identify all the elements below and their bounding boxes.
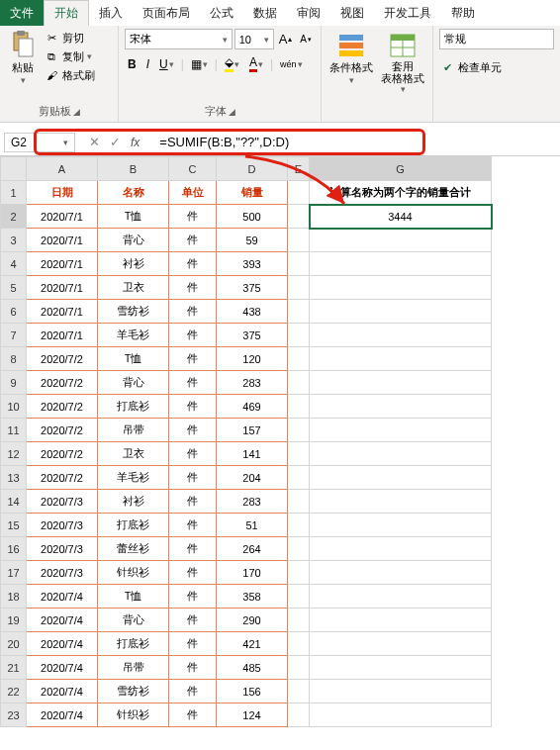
- cell[interactable]: 2020/7/2: [27, 466, 98, 490]
- cell[interactable]: 打底衫: [98, 632, 169, 656]
- cell[interactable]: [288, 229, 310, 252]
- cell[interactable]: 件: [169, 205, 217, 229]
- cell[interactable]: [288, 537, 310, 561]
- row-header[interactable]: 22: [1, 680, 27, 703]
- row-header[interactable]: 5: [1, 276, 27, 300]
- cell[interactable]: 件: [169, 514, 217, 537]
- cell[interactable]: 件: [169, 300, 217, 324]
- cell[interactable]: [288, 324, 310, 347]
- grow-font-button[interactable]: A▴: [276, 29, 296, 49]
- row-header[interactable]: 21: [1, 656, 27, 680]
- cell[interactable]: [288, 609, 310, 632]
- fill-color-button[interactable]: ⬙▾: [222, 53, 242, 74]
- tab-home[interactable]: 开始: [44, 0, 89, 26]
- cell[interactable]: 2020/7/1: [27, 252, 98, 276]
- cell[interactable]: 针织衫: [98, 561, 169, 585]
- cell[interactable]: 件: [169, 347, 217, 371]
- cell[interactable]: 2020/7/2: [27, 395, 98, 419]
- cell[interactable]: 156: [217, 680, 288, 703]
- col-header-B[interactable]: B: [98, 157, 169, 181]
- font-color-button[interactable]: A▾: [246, 53, 266, 74]
- cell[interactable]: 290: [217, 609, 288, 632]
- cell[interactable]: 吊带: [98, 656, 169, 680]
- accept-formula-button[interactable]: ✓: [110, 135, 121, 149]
- result-header-cell[interactable]: 计算名称为两个字的销量合计: [310, 181, 492, 205]
- cell[interactable]: 283: [217, 490, 288, 514]
- cell[interactable]: [288, 514, 310, 537]
- table-header-cell[interactable]: 名称: [98, 181, 169, 205]
- cell[interactable]: 2020/7/2: [27, 419, 98, 442]
- cell[interactable]: [310, 252, 492, 276]
- cell[interactable]: T恤: [98, 205, 169, 229]
- cell[interactable]: 469: [217, 395, 288, 419]
- cell[interactable]: 羊毛衫: [98, 466, 169, 490]
- cell[interactable]: 2020/7/1: [27, 300, 98, 324]
- grid[interactable]: A B C D E G 1日期名称单位销量计算名称为两个字的销量合计22020/…: [0, 156, 492, 727]
- cell[interactable]: 件: [169, 419, 217, 442]
- cell[interactable]: 件: [169, 585, 217, 609]
- cell[interactable]: 件: [169, 442, 217, 466]
- cell[interactable]: 2020/7/3: [27, 514, 98, 537]
- cell[interactable]: 打底衫: [98, 514, 169, 537]
- row-header[interactable]: 16: [1, 537, 27, 561]
- cell[interactable]: 157: [217, 419, 288, 442]
- cell[interactable]: [310, 300, 492, 324]
- cell[interactable]: [288, 276, 310, 300]
- cell[interactable]: 件: [169, 609, 217, 632]
- cell[interactable]: 件: [169, 229, 217, 252]
- cell[interactable]: [310, 442, 492, 466]
- row-header[interactable]: 6: [1, 300, 27, 324]
- row-header[interactable]: 4: [1, 252, 27, 276]
- cell[interactable]: 2020/7/1: [27, 324, 98, 347]
- cell[interactable]: [310, 419, 492, 442]
- tab-file[interactable]: 文件: [0, 0, 44, 26]
- cell[interactable]: 59: [217, 229, 288, 252]
- row-header[interactable]: 10: [1, 395, 27, 419]
- copy-button[interactable]: ⧉复制▾: [44, 47, 95, 65]
- cell[interactable]: [288, 656, 310, 680]
- cell[interactable]: [310, 514, 492, 537]
- row-header[interactable]: 11: [1, 419, 27, 442]
- cell[interactable]: 393: [217, 252, 288, 276]
- cut-button[interactable]: ✂剪切: [44, 29, 95, 47]
- cell[interactable]: 衬衫: [98, 490, 169, 514]
- cell[interactable]: 件: [169, 371, 217, 395]
- tab-dev[interactable]: 开发工具: [374, 0, 441, 26]
- cell[interactable]: 2020/7/4: [27, 632, 98, 656]
- cell[interactable]: T恤: [98, 585, 169, 609]
- cell[interactable]: 件: [169, 324, 217, 347]
- cell[interactable]: 背心: [98, 229, 169, 252]
- cell[interactable]: 264: [217, 537, 288, 561]
- cell[interactable]: [310, 276, 492, 300]
- row-header[interactable]: 18: [1, 585, 27, 609]
- cell[interactable]: T恤: [98, 347, 169, 371]
- conditional-format-button[interactable]: 条件格式▾: [327, 29, 375, 87]
- col-header-G[interactable]: G: [310, 157, 492, 181]
- cell[interactable]: 件: [169, 490, 217, 514]
- cell[interactable]: [310, 609, 492, 632]
- col-header-E[interactable]: E: [288, 157, 310, 181]
- cell[interactable]: 件: [169, 656, 217, 680]
- cell[interactable]: 204: [217, 466, 288, 490]
- cell[interactable]: 2020/7/4: [27, 680, 98, 703]
- row-header[interactable]: 23: [1, 703, 27, 727]
- cell[interactable]: 500: [217, 205, 288, 229]
- table-header-cell[interactable]: 销量: [217, 181, 288, 205]
- row-header[interactable]: 15: [1, 514, 27, 537]
- cell[interactable]: 2020/7/3: [27, 561, 98, 585]
- cell[interactable]: [310, 561, 492, 585]
- col-header-D[interactable]: D: [217, 157, 288, 181]
- cancel-formula-button[interactable]: ✕: [89, 135, 100, 149]
- cell[interactable]: 件: [169, 537, 217, 561]
- cell[interactable]: [288, 371, 310, 395]
- font-size-combo[interactable]: 10▾: [234, 29, 274, 49]
- paste-button[interactable]: 粘贴 ▾: [6, 29, 40, 87]
- row-header[interactable]: 1: [1, 181, 27, 205]
- row-header[interactable]: 20: [1, 632, 27, 656]
- cell[interactable]: 375: [217, 276, 288, 300]
- cell[interactable]: 件: [169, 252, 217, 276]
- cell[interactable]: [310, 371, 492, 395]
- cell[interactable]: [310, 324, 492, 347]
- cell[interactable]: 卫衣: [98, 276, 169, 300]
- fx-icon[interactable]: fx: [131, 136, 140, 149]
